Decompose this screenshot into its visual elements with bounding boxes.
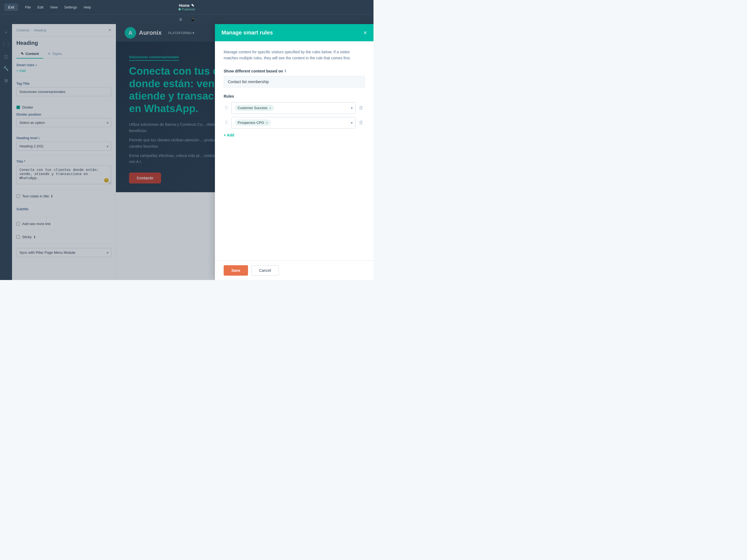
status-dot bbox=[179, 8, 181, 10]
rule-1-drag-handle[interactable]: ⠿ bbox=[224, 104, 229, 111]
rules-label: Rules bbox=[224, 94, 365, 98]
device-bar: 🖥 📱 bbox=[0, 14, 374, 24]
topbar-menu: File Edit View Settings Help bbox=[22, 4, 94, 11]
view-menu[interactable]: View bbox=[47, 4, 60, 11]
modal-header: Manage smart rules × bbox=[215, 24, 374, 41]
rule-1-tags-field[interactable]: Customer Success × bbox=[231, 102, 356, 114]
rule-1-delete-button[interactable]: 🗑 bbox=[358, 104, 365, 112]
rule-row-2: ⠿ Prospectos CPG × ▾ 🗑 bbox=[224, 117, 365, 128]
settings-menu[interactable]: Settings bbox=[61, 4, 80, 11]
desktop-view-button[interactable]: 🖥 bbox=[177, 16, 185, 23]
rule-2-drag-handle[interactable]: ⠿ bbox=[224, 119, 229, 126]
cancel-button[interactable]: Cancel bbox=[251, 265, 279, 276]
add-rule-button[interactable]: + Add bbox=[224, 132, 234, 138]
manage-smart-rules-modal: Manage smart rules × Manage content for … bbox=[215, 24, 374, 280]
modal-footer: Save Cancel bbox=[215, 261, 374, 280]
topbar-center: Home ✎ Published bbox=[179, 3, 195, 11]
rule-1-select-wrapper: Customer Success × ▾ bbox=[231, 102, 356, 114]
exit-button[interactable]: Exit bbox=[4, 4, 18, 11]
save-button[interactable]: Save bbox=[224, 265, 248, 276]
modal-title: Manage smart rules bbox=[222, 29, 273, 36]
modal-description: Manage content for specific visitors spe… bbox=[224, 49, 365, 61]
modal-body: Manage content for specific visitors spe… bbox=[215, 41, 374, 261]
edit-page-icon[interactable]: ✎ bbox=[191, 3, 195, 8]
topbar: Exit File Edit View Settings Help Home ✎… bbox=[0, 0, 374, 14]
help-menu[interactable]: Help bbox=[81, 4, 94, 11]
page-title-display: Home ✎ bbox=[179, 3, 195, 8]
rule-1-tag: Customer Success × bbox=[235, 105, 274, 111]
edit-menu[interactable]: Edit bbox=[35, 4, 46, 11]
show-based-on-info-icon: ℹ bbox=[285, 69, 286, 73]
rule-2-tags-field[interactable]: Prospectos CPG × bbox=[231, 117, 356, 128]
show-based-on-label: Show different content based on ℹ bbox=[224, 69, 365, 73]
mobile-view-button[interactable]: 📱 bbox=[188, 16, 197, 23]
content-based-on-field: Contact list membership bbox=[224, 76, 365, 87]
rule-2-select-wrapper: Prospectos CPG × ▾ bbox=[231, 117, 356, 128]
rule-2-tag: Prospectos CPG × bbox=[235, 120, 271, 126]
page-status: Published bbox=[179, 8, 195, 11]
file-menu[interactable]: File bbox=[22, 4, 34, 11]
main-layout: ＋ ⋮⋮ ◫ 🔧 ⊞ Contents › Heading × Heading … bbox=[0, 24, 374, 280]
rule-1-tag-remove[interactable]: × bbox=[269, 106, 271, 110]
modal-close-button[interactable]: × bbox=[363, 30, 367, 36]
rule-row-1: ⠿ Customer Success × ▾ 🗑 bbox=[224, 102, 365, 114]
rule-2-delete-button[interactable]: 🗑 bbox=[358, 119, 365, 127]
rule-2-tag-remove[interactable]: × bbox=[266, 121, 268, 125]
